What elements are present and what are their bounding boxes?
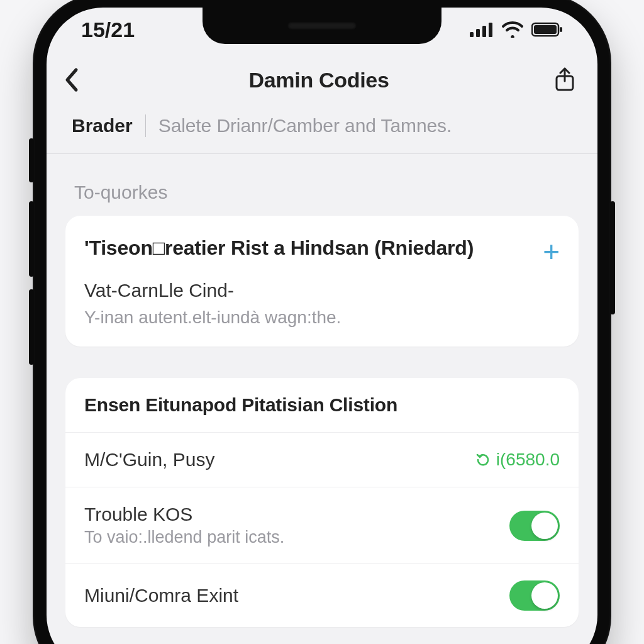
side-button	[29, 289, 34, 365]
side-button	[610, 201, 615, 314]
redo-arrow-icon	[475, 452, 491, 468]
speaker-grille	[287, 22, 357, 30]
svg-rect-2	[482, 26, 486, 37]
screen: 15/21	[47, 8, 597, 644]
phone-frame: 15/21	[33, 0, 611, 644]
breadcrumb: Brader Salete Drianr/Camber and Tamnes.	[47, 108, 597, 154]
list-item[interactable]: Trouble KOS To vaio:.lledend parit icats…	[65, 487, 579, 564]
row-value: i(6580.0	[475, 450, 560, 470]
toggle-switch[interactable]	[509, 511, 560, 541]
svg-rect-1	[476, 29, 480, 37]
settings-list: Ensen Eitunapod Pitatisian Clistion M/C'…	[65, 378, 579, 627]
breadcrumb-separator	[145, 114, 146, 137]
row-title: M/C'Guin, Pusy	[84, 449, 462, 470]
share-button[interactable]	[531, 67, 575, 92]
nav-header: Damin Codies	[47, 52, 597, 108]
row-value-text: i(6580.0	[496, 450, 560, 470]
list-item[interactable]: Miuni/Comra Exint	[65, 564, 579, 627]
row-subtitle: To vaio:.lledend parit icats.	[84, 528, 497, 547]
card-title: 'Tiseon□reatier Rist a Hindsan (Rniedard…	[84, 235, 530, 262]
cellular-icon	[470, 22, 494, 37]
back-button[interactable]	[62, 66, 106, 94]
breadcrumb-active[interactable]: Brader	[72, 115, 133, 136]
card-subtitle: Vat-CarnLle Cind-	[65, 272, 579, 304]
svg-rect-3	[489, 23, 492, 37]
quote-card[interactable]: 'Tiseon□reatier Rist a Hindsan (Rniedard…	[65, 216, 579, 347]
card-description: Y-inan autent.elt-iundà wagn:the.	[65, 304, 579, 347]
page-title: Damin Codies	[248, 68, 389, 92]
battery-icon	[531, 22, 563, 37]
toggle-switch[interactable]	[509, 580, 560, 611]
list-item[interactable]: M/C'Guin, Pusy i(6580.0	[65, 433, 579, 487]
row-title: Miuni/Comra Exint	[84, 585, 497, 606]
svg-rect-5	[534, 25, 557, 34]
list-header: Ensen Eitunapod Pitatisian Clistion	[65, 378, 579, 433]
status-right	[470, 21, 563, 38]
svg-rect-6	[560, 27, 562, 32]
content-area: To-quorkes 'Tiseon□reatier Rist a Hindsa…	[47, 154, 597, 627]
side-button	[29, 201, 34, 277]
svg-rect-0	[470, 32, 474, 37]
side-button	[29, 138, 34, 182]
status-time: 15/21	[81, 18, 135, 42]
row-title: Trouble KOS	[84, 504, 497, 525]
notch	[203, 8, 441, 44]
breadcrumb-rest: Salete Drianr/Camber and Tamnes.	[158, 115, 452, 136]
wifi-icon	[501, 21, 524, 38]
plus-icon[interactable]: +	[543, 235, 560, 266]
section-label: To-quorkes	[65, 182, 579, 216]
